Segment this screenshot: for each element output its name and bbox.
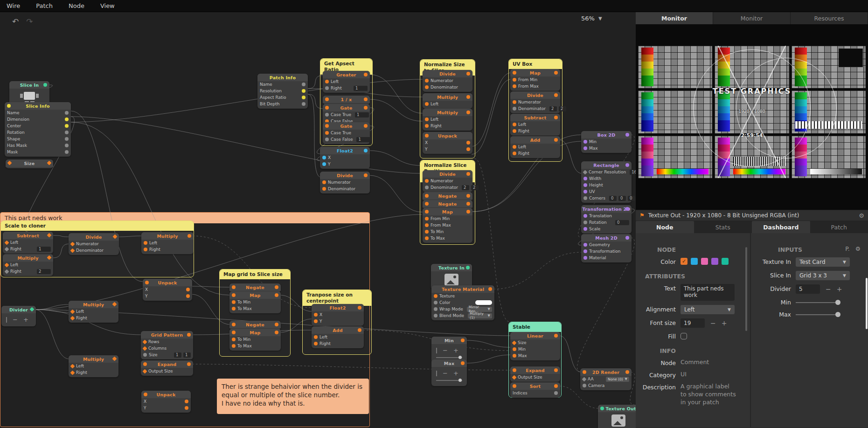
node-header[interactable]: Grid Pattern — [141, 331, 193, 338]
value-field[interactable]: 2 — [549, 106, 557, 111]
output-pin[interactable] — [466, 147, 470, 151]
input-pin[interactable] — [425, 117, 429, 121]
input-pin[interactable] — [425, 230, 429, 234]
node-patch-info[interactable]: Patch InfoNameResolutionAspect RatioBit … — [257, 74, 308, 109]
node-divide[interactable]: DivideNumeratorDenominator — [423, 70, 472, 92]
increment-icon[interactable]: + — [453, 370, 458, 377]
input-pin[interactable] — [314, 335, 318, 339]
increment-icon[interactable]: + — [453, 347, 458, 354]
input-pin[interactable] — [513, 368, 516, 372]
node-map[interactable]: MapFrom MinFrom Max — [510, 69, 560, 91]
input-pin[interactable] — [583, 170, 588, 174]
node-multiply[interactable]: MultiplyLeftRight — [69, 355, 118, 377]
stepper-control[interactable]: −+ — [431, 344, 467, 356]
input-pin[interactable] — [325, 131, 329, 135]
decrement-icon[interactable]: − — [443, 370, 448, 377]
output-pin[interactable] — [554, 334, 558, 338]
dropdown-blend-mode[interactable]: Multiply (1)▼ — [468, 313, 492, 318]
node-expand[interactable]: ExpandOutput Size — [510, 366, 560, 382]
input-pin[interactable] — [143, 362, 147, 366]
input-pin[interactable] — [583, 196, 587, 200]
node-float2[interactable]: Float2XY — [320, 147, 370, 169]
output-pin[interactable] — [47, 255, 52, 260]
node-multiply[interactable]: MultiplyLeftRight — [423, 109, 472, 131]
group-title[interactable]: Map grid to Slice size — [220, 269, 290, 279]
gear-icon[interactable]: ⚙ — [859, 212, 864, 219]
input-pin[interactable] — [5, 240, 9, 245]
input-pin[interactable] — [512, 340, 517, 345]
input-pin[interactable] — [5, 247, 9, 251]
input-pin[interactable] — [232, 331, 236, 334]
input-pin[interactable] — [232, 300, 236, 304]
menu-patch[interactable]: Patch — [36, 2, 53, 9]
output-pin[interactable] — [466, 266, 470, 269]
input-pin[interactable] — [425, 194, 429, 198]
output-pin[interactable] — [65, 111, 69, 115]
value-field[interactable]: 2 — [462, 185, 469, 190]
menu-wire[interactable]: Wire — [7, 2, 20, 9]
input-pin[interactable] — [513, 145, 516, 149]
stepper-control[interactable]: −+ — [431, 367, 467, 379]
input-pin[interactable] — [314, 313, 318, 317]
node-expand[interactable]: ExpandOutput Size — [141, 360, 193, 376]
output-pin[interactable] — [65, 150, 69, 154]
color-swatch-4[interactable] — [722, 258, 729, 265]
node-unpack[interactable]: UnpackXY — [143, 279, 192, 301]
gear-icon[interactable]: ⚙ — [855, 245, 861, 252]
input-pin[interactable] — [232, 323, 236, 326]
menu-node[interactable]: Node — [69, 2, 84, 9]
input-pin[interactable] — [425, 179, 429, 183]
input-pin[interactable] — [582, 377, 587, 381]
node-float2[interactable]: Float2XY — [312, 304, 364, 326]
node-max[interactable]: Max−+ — [431, 359, 467, 386]
wire[interactable] — [472, 73, 511, 146]
wire[interactable] — [472, 79, 511, 154]
input-pin[interactable] — [583, 177, 587, 180]
node-greater[interactable]: GreaterLeftRight1 — [323, 71, 370, 93]
node-size[interactable]: Size — [6, 159, 53, 168]
output-pin[interactable] — [302, 83, 306, 86]
output-pin[interactable] — [47, 233, 52, 238]
input-pin[interactable] — [513, 152, 516, 155]
preset-icon[interactable]: P. — [845, 245, 850, 252]
node-header[interactable]: Negate — [423, 200, 472, 207]
node-multiply[interactable]: MultiplyLeft — [423, 93, 472, 109]
output-pin[interactable] — [275, 323, 278, 326]
wire[interactable] — [493, 252, 582, 289]
output-pin[interactable] — [275, 331, 278, 334]
color-swatch[interactable] — [475, 300, 492, 305]
output-pin[interactable] — [186, 288, 190, 291]
node-multiply[interactable]: MultiplyLeftRight — [141, 232, 194, 254]
node-header[interactable]: Gate — [323, 104, 370, 111]
input-pin[interactable] — [513, 84, 516, 88]
input-pin[interactable] — [583, 214, 587, 218]
input-pin[interactable] — [513, 347, 516, 351]
input-pin[interactable] — [144, 248, 147, 251]
input-pin[interactable] — [322, 187, 326, 191]
output-pin[interactable] — [554, 116, 558, 119]
input-pin[interactable] — [583, 370, 586, 374]
node-header[interactable]: Sort — [510, 382, 560, 390]
input-pin[interactable] — [322, 180, 326, 184]
output-pin[interactable] — [466, 172, 470, 176]
output-pin[interactable] — [554, 391, 558, 395]
node-map[interactable]: MapTo MinTo Max — [229, 329, 281, 351]
node-header[interactable]: Texture In — [431, 264, 472, 271]
node-header[interactable]: Linear — [510, 332, 560, 339]
input-pin[interactable] — [583, 384, 586, 387]
node-header[interactable]: Subtract — [510, 114, 560, 121]
decrement-icon[interactable]: − — [826, 285, 831, 293]
input-pin[interactable] — [5, 269, 9, 274]
node-header[interactable]: Gate — [323, 122, 370, 130]
output-pin[interactable] — [554, 384, 558, 388]
node-slice-info[interactable]: Slice InfoNameDimensionCenterRotationSha… — [5, 102, 71, 157]
node-header[interactable]: ⚑Texture Out — [598, 405, 636, 412]
input-pin[interactable] — [232, 344, 236, 348]
redo-icon[interactable]: ↷ — [26, 17, 33, 26]
node-linear[interactable]: LinearSizeMinMax — [510, 332, 560, 360]
input-pin[interactable] — [232, 307, 236, 311]
undo-icon[interactable]: ↶ — [12, 17, 19, 26]
input-pin[interactable] — [425, 210, 429, 214]
input-pin[interactable] — [434, 294, 437, 298]
output-pin[interactable] — [187, 333, 191, 337]
